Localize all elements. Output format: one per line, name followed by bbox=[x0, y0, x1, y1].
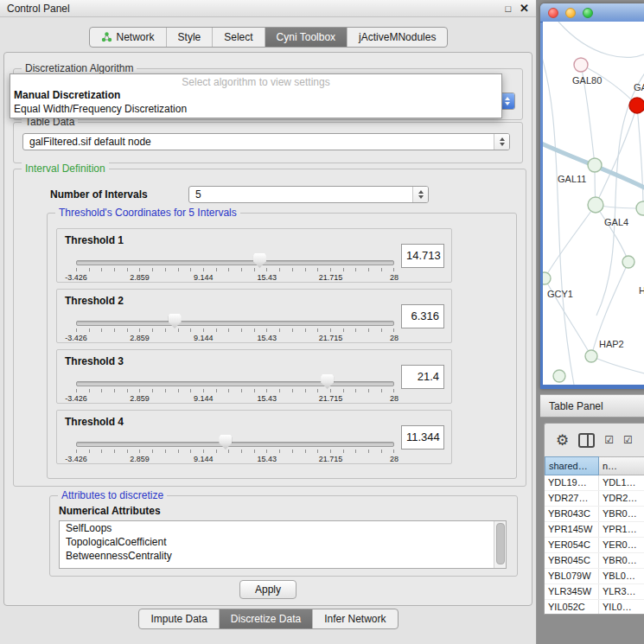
table-row[interactable]: YLR345WYLR3… bbox=[545, 584, 644, 600]
dropdown-item-manual-discretization[interactable]: Manual Discretization bbox=[10, 88, 501, 102]
node-gal80[interactable] bbox=[574, 58, 588, 72]
control-panel-titlebar: Control Panel □ ✕ bbox=[0, 0, 536, 17]
minimize-traffic-light-icon[interactable] bbox=[565, 8, 576, 18]
tab-label: Infer Network bbox=[324, 613, 386, 625]
gear-icon[interactable]: ⚙ bbox=[556, 433, 569, 448]
slider-scale-label: 9.144 bbox=[194, 455, 214, 463]
table-cell: YPR1… bbox=[599, 522, 644, 537]
threshold-4-slider[interactable]: -3.4262.8599.14415.4321.71528 bbox=[76, 437, 394, 464]
threshold-1-value-field[interactable]: 14.713 bbox=[401, 244, 444, 268]
table-row[interactable]: YDL19…YDL1… bbox=[545, 475, 644, 491]
network-canvas[interactable]: GAL80 GA GAL11 GAL4 GCY1 H HAP2 bbox=[543, 22, 644, 385]
scrollbar-thumb[interactable] bbox=[496, 523, 505, 564]
tab-select[interactable]: Select bbox=[212, 28, 264, 47]
threshold-3-label: Threshold 3 bbox=[65, 355, 124, 367]
node-selected-red[interactable] bbox=[629, 98, 644, 113]
slider-track[interactable] bbox=[76, 381, 394, 386]
table-cell: YLR3… bbox=[599, 584, 644, 599]
node[interactable] bbox=[636, 201, 644, 215]
slider-scale-label: 28 bbox=[390, 394, 399, 403]
table-cell: YIL052C bbox=[545, 600, 599, 614]
slider-track[interactable] bbox=[76, 321, 394, 326]
slider-thumb-icon[interactable] bbox=[219, 435, 232, 450]
slider-track[interactable] bbox=[76, 260, 394, 265]
number-of-intervals-label: Number of Intervals bbox=[50, 188, 148, 201]
slider-thumb-icon[interactable] bbox=[169, 314, 182, 328]
table-cell: YBL0… bbox=[599, 569, 644, 583]
slider-scale: -3.4262.8599.14415.4321.71528 bbox=[76, 273, 394, 283]
table-data-group: Table Data galFiltered.sif default node bbox=[13, 122, 523, 163]
close-window-icon[interactable]: ✕ bbox=[520, 2, 529, 15]
tab-impute-data[interactable]: Impute Data bbox=[139, 609, 218, 628]
slider-scale: -3.4262.8599.14415.4321.71528 bbox=[76, 455, 394, 464]
slider-scale-label: 21.715 bbox=[319, 334, 343, 342]
tab-discretize-data[interactable]: Discretize Data bbox=[219, 609, 312, 628]
checkbox-icon[interactable]: ☑ bbox=[623, 435, 633, 445]
tab-infer-network[interactable]: Infer Network bbox=[312, 609, 397, 628]
threshold-2-slider[interactable]: -3.4262.8599.14415.4321.71528 bbox=[76, 316, 394, 343]
table-row[interactable]: YBL079WYBL0… bbox=[545, 569, 644, 584]
slider-ticks bbox=[76, 450, 394, 453]
table-row[interactable]: YPR145WYPR1… bbox=[545, 522, 644, 538]
threshold-3-value-field[interactable]: 21.4 bbox=[401, 365, 444, 389]
tab-style[interactable]: Style bbox=[166, 28, 213, 47]
table-row[interactable]: YER054CYER0… bbox=[545, 538, 644, 553]
table-panel-header[interactable]: Table Panel bbox=[540, 394, 644, 418]
threshold-2-panel: Threshold 2 -3.4262.8599.14415.4321.7152… bbox=[56, 289, 452, 343]
numerical-attributes-list[interactable]: SelfLoopsTopologicalCoefficientBetweenne… bbox=[59, 520, 507, 569]
table-row[interactable]: YIL052CYIL0… bbox=[545, 600, 644, 614]
table-data-combo[interactable]: galFiltered.sif default node bbox=[22, 133, 510, 150]
threshold-4-label: Threshold 4 bbox=[65, 416, 124, 428]
zoom-traffic-light-icon[interactable] bbox=[583, 8, 593, 18]
threshold-3-slider[interactable]: -3.4262.8599.14415.4321.71528 bbox=[76, 376, 394, 404]
node[interactable] bbox=[553, 370, 565, 382]
list-scrollbar[interactable] bbox=[494, 521, 506, 568]
node-gal11[interactable] bbox=[588, 158, 602, 172]
tab-network[interactable]: Network bbox=[90, 28, 166, 47]
combo-arrows-icon bbox=[494, 134, 509, 150]
tab-cyni-toolbox[interactable]: Cyni Toolbox bbox=[265, 28, 347, 47]
group-title: Threshold's Coordinates for 5 Intervals bbox=[55, 207, 240, 219]
attribute-list-item[interactable]: TopologicalCoefficient bbox=[60, 535, 506, 549]
table-cell: YER0… bbox=[599, 538, 644, 552]
slider-thumb-icon[interactable] bbox=[321, 374, 334, 389]
table-panel-title: Table Panel bbox=[549, 400, 603, 412]
tab-jactivemnodules[interactable]: jActiveMNodules bbox=[347, 28, 447, 47]
column-header-shared-name[interactable]: shared… bbox=[545, 456, 599, 475]
float-window-icon[interactable]: □ bbox=[505, 3, 511, 14]
thresholds-coordinates-group: Threshold's Coordinates for 5 Intervals … bbox=[47, 213, 517, 479]
attribute-list-item[interactable]: SelfLoops bbox=[60, 521, 506, 535]
table-row[interactable]: YBR043CYBR0… bbox=[545, 507, 644, 522]
network-window-titlebar[interactable] bbox=[540, 3, 644, 22]
slider-thumb-icon[interactable] bbox=[253, 253, 266, 268]
node-gal4[interactable] bbox=[588, 197, 603, 213]
network-nodes[interactable] bbox=[543, 58, 644, 382]
close-traffic-light-icon[interactable] bbox=[548, 8, 558, 18]
node[interactable] bbox=[622, 256, 634, 268]
threshold-2-value-field[interactable]: 6.316 bbox=[401, 304, 444, 328]
cyni-toolbox-panel: Discretization Algorithm Select algorith… bbox=[3, 52, 532, 606]
tab-label: Impute Data bbox=[150, 613, 207, 625]
number-of-intervals-combo[interactable]: 5 bbox=[188, 186, 429, 203]
table-toolbar: ⚙ ☑ ☑ bbox=[545, 424, 644, 456]
slider-track[interactable] bbox=[76, 442, 394, 447]
slider-scale-label: 2.859 bbox=[130, 273, 150, 282]
threshold-1-slider[interactable]: -3.4262.8599.14415.4321.71528 bbox=[76, 255, 394, 283]
slider-scale-label: 21.715 bbox=[319, 394, 343, 403]
table-row[interactable]: YBR045CYBR0… bbox=[545, 553, 644, 569]
table-cell: YBL079W bbox=[545, 569, 599, 583]
apply-button[interactable]: Apply bbox=[239, 580, 296, 599]
table-cell: YBR0… bbox=[599, 507, 644, 521]
table-row[interactable]: YDR27…YDR2… bbox=[545, 491, 644, 507]
attribute-list-item[interactable]: BetweennessCentrality bbox=[60, 549, 506, 563]
dropdown-item-equal-width-frequency[interactable]: Equal Width/Frequency Discretization bbox=[10, 102, 501, 116]
node-label: HAP2 bbox=[599, 339, 624, 349]
threshold-4-value-field[interactable]: 11.344 bbox=[401, 425, 444, 450]
table-cell: YDL19… bbox=[545, 475, 599, 490]
columns-icon[interactable] bbox=[578, 433, 595, 448]
column-header-name[interactable]: n… bbox=[599, 456, 644, 475]
node-hap2[interactable] bbox=[585, 350, 597, 362]
group-title: Attributes to discretize bbox=[58, 489, 167, 501]
node-gcy1[interactable] bbox=[543, 272, 551, 284]
checkbox-icon[interactable]: ☑ bbox=[604, 435, 614, 445]
